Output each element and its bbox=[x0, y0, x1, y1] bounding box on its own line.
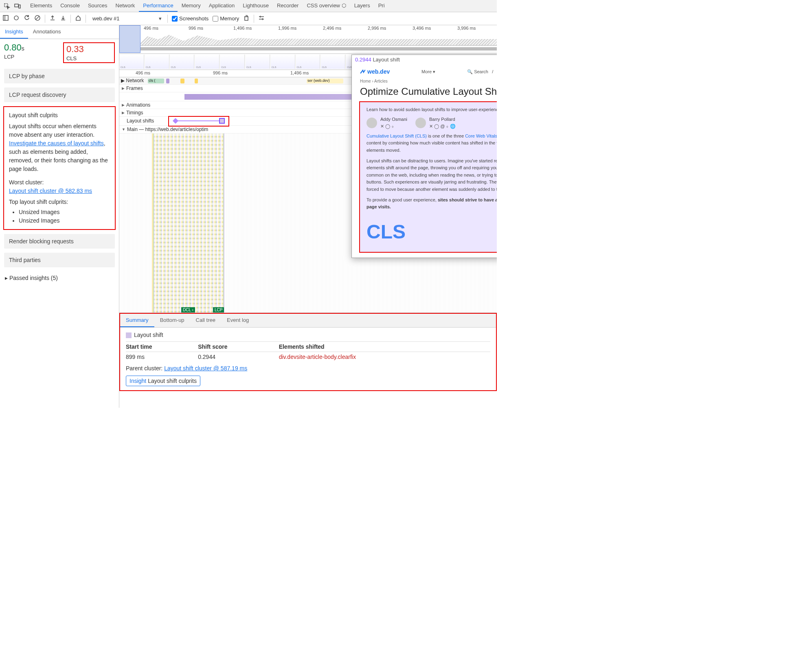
parent-cluster: Parent cluster: Layout shift cluster @ 5… bbox=[126, 365, 490, 372]
start-time-value: 899 ms bbox=[126, 352, 198, 362]
tab-cssoverview[interactable]: CSS overview ⬡ bbox=[303, 0, 350, 12]
tab-performance[interactable]: Performance bbox=[139, 0, 177, 12]
dcl-marker[interactable]: DCL › bbox=[181, 307, 195, 313]
passed-insights-toggle[interactable]: Passed insights (5) bbox=[0, 271, 119, 284]
cls-big-graphic: CLS bbox=[366, 216, 406, 248]
svg-point-5 bbox=[14, 16, 18, 20]
tab-memory[interactable]: Memory bbox=[178, 0, 205, 12]
svg-rect-1 bbox=[15, 4, 18, 7]
summary-table: Start timeShift scoreElements shifted 89… bbox=[126, 341, 490, 362]
shifted-region: Learn how to avoid sudden layout shifts … bbox=[359, 101, 497, 253]
culprit-item: Unsized Images bbox=[19, 208, 110, 216]
article-title: Optimize Cumulative Layout Shift bbox=[360, 86, 497, 97]
layout-shift-swatch bbox=[126, 332, 132, 338]
clear-icon[interactable] bbox=[34, 15, 41, 22]
tab-application[interactable]: Application bbox=[205, 0, 239, 12]
profile-select-value: web.dev #1 bbox=[92, 15, 120, 22]
tab-annotations[interactable]: Annotations bbox=[28, 25, 66, 39]
toggle-sidebar-icon[interactable] bbox=[2, 15, 9, 22]
tab-console[interactable]: Console bbox=[56, 0, 84, 12]
shortcuts-icon[interactable] bbox=[258, 15, 265, 22]
avatar bbox=[415, 118, 426, 128]
event-type: Layout shift bbox=[126, 332, 490, 338]
detail-pane: Summary Bottom-up Call tree Event log La… bbox=[119, 313, 497, 391]
screenshots-checkbox[interactable]: Screenshots bbox=[172, 15, 208, 22]
record-icon[interactable] bbox=[13, 15, 20, 22]
site-more: More ▾ bbox=[421, 69, 435, 74]
culprits-body: Layout shifts occur when elements move a… bbox=[9, 122, 110, 173]
reload-icon[interactable] bbox=[24, 15, 30, 22]
overview-selection[interactable] bbox=[119, 25, 140, 53]
lcp-marker[interactable]: LCP bbox=[213, 307, 224, 313]
tab-eventlog[interactable]: Event log bbox=[221, 314, 255, 327]
cls-metric[interactable]: 0.33 CLS bbox=[63, 42, 115, 63]
avatar bbox=[366, 118, 377, 128]
site-search: 🔍 Search / bbox=[467, 69, 493, 74]
preview-score: 0.2944 bbox=[355, 57, 371, 63]
breadcrumb: Home › Articles bbox=[360, 79, 497, 83]
insight-chip[interactable]: Insight Layout shift culprits bbox=[126, 376, 200, 386]
svg-rect-2 bbox=[19, 5, 20, 8]
lcp-metric[interactable]: 0.80s LCP bbox=[4, 42, 55, 63]
tab-insights[interactable]: Insights bbox=[0, 25, 28, 39]
culprits-learn-link[interactable]: Investigate the causes of layout shifts bbox=[9, 140, 104, 146]
tab-sources[interactable]: Sources bbox=[84, 0, 112, 12]
performance-toolbar: web.dev #1 Screenshots Memory bbox=[0, 12, 497, 25]
layout-shift-event[interactable] bbox=[219, 118, 225, 124]
culprits-list: Unsized Images Unsized Images bbox=[9, 208, 110, 225]
layout-shift-preview: 0.2944 Layout shift web.dev More ▾ 🔍 Sea… bbox=[351, 55, 497, 258]
tab-layers[interactable]: Layers bbox=[350, 0, 374, 12]
insight-render-blocking[interactable]: Render blocking requests bbox=[4, 234, 115, 249]
gc-icon[interactable] bbox=[243, 15, 250, 22]
download-icon[interactable] bbox=[60, 15, 66, 22]
worst-cluster-link[interactable]: Layout shift cluster @ 582.83 ms bbox=[9, 188, 92, 194]
tab-calltree[interactable]: Call tree bbox=[190, 314, 221, 327]
overview-ruler[interactable]: 496 ms 996 ms 1,496 ms 1,996 ms 2,496 ms… bbox=[119, 25, 497, 54]
author: Addy Osmani✕ ◯ ⬨ bbox=[366, 116, 407, 130]
device-icon[interactable] bbox=[14, 3, 21, 9]
tab-lighthouse[interactable]: Lighthouse bbox=[239, 0, 273, 12]
insight-layout-shift-culprits[interactable]: Layout shift culprits Layout shifts occu… bbox=[3, 106, 116, 230]
tab-cut[interactable]: Pri bbox=[374, 0, 389, 12]
tab-bottomup[interactable]: Bottom-up bbox=[154, 314, 190, 327]
shifted-element-link[interactable]: div.devsite-article-body.clearfix bbox=[279, 352, 490, 362]
panel-tabs: Elements Console Sources Network Perform… bbox=[26, 0, 389, 12]
upload-icon[interactable] bbox=[49, 15, 56, 22]
culprit-item: Unsized Images bbox=[19, 216, 110, 225]
insight-lcp-request[interactable]: LCP request discovery bbox=[4, 87, 115, 102]
tab-recorder[interactable]: Recorder bbox=[273, 0, 303, 12]
tab-summary[interactable]: Summary bbox=[120, 314, 154, 327]
svg-line-7 bbox=[36, 16, 39, 20]
author: Barry Pollard✕ ◯ @ ⬨ 🌐 bbox=[415, 116, 456, 130]
top-culprits-label: Top layout shift culprits: bbox=[9, 198, 110, 206]
shift-score-value: 0.2944 bbox=[198, 352, 279, 362]
insights-panel: Insights Annotations 0.80s LCP 0.33 CLS … bbox=[0, 25, 119, 408]
site-logo: web.dev bbox=[360, 68, 390, 75]
trace-area: 496 ms 996 ms 1,496 ms 1,996 ms 2,496 ms… bbox=[119, 25, 497, 408]
svg-rect-8 bbox=[245, 17, 248, 20]
worst-cluster-label: Worst cluster: bbox=[9, 178, 110, 187]
parent-cluster-link[interactable]: Layout shift cluster @ 587.19 ms bbox=[164, 365, 247, 372]
inspect-icon[interactable] bbox=[4, 3, 10, 9]
insight-third-parties[interactable]: Third parties bbox=[4, 253, 115, 267]
tab-network[interactable]: Network bbox=[112, 0, 139, 12]
devtools-top-bar: Elements Console Sources Network Perform… bbox=[0, 0, 497, 12]
insight-lcp-phase[interactable]: LCP by phase bbox=[4, 69, 115, 83]
profile-select[interactable]: web.dev #1 bbox=[90, 15, 163, 22]
svg-rect-3 bbox=[3, 15, 8, 20]
culprits-title: Layout shift culprits bbox=[9, 111, 110, 120]
home-icon[interactable] bbox=[75, 15, 81, 22]
tab-elements[interactable]: Elements bbox=[26, 0, 56, 12]
memory-checkbox[interactable]: Memory bbox=[213, 15, 239, 22]
